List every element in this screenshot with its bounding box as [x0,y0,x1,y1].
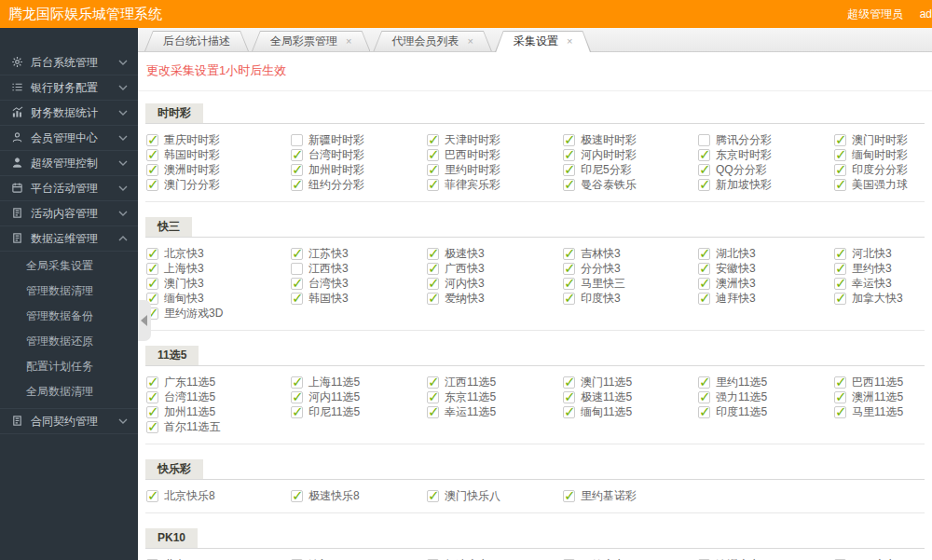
checked-checkbox[interactable] [563,248,575,260]
checked-checkbox[interactable] [291,248,303,260]
lottery-item-澳门分分彩[interactable]: 澳门分分彩 [146,177,291,192]
checked-checkbox[interactable] [146,179,158,191]
lottery-item-澳门快3[interactable]: 澳门快3 [146,276,291,291]
lottery-item-上海快3[interactable]: 上海快3 [146,261,291,276]
lottery-item-印尼5分彩[interactable]: 印尼5分彩 [563,162,698,177]
checked-checkbox[interactable] [291,406,303,418]
lottery-item-台湾时时彩[interactable]: 台湾时时彩 [291,147,427,162]
checked-checkbox[interactable] [834,278,846,290]
checked-checkbox[interactable] [834,149,846,161]
sidebar-item-超级管理控制[interactable]: 超级管理控制 [0,151,138,176]
lottery-item-马里11选5[interactable]: 马里11选5 [834,404,925,419]
sidebar-item-数据运维管理[interactable]: 数据运维管理 [0,226,138,252]
lottery-item-马里快三[interactable]: 马里快三 [563,276,698,291]
lottery-item-印尼11选5[interactable]: 印尼11选5 [291,404,427,419]
checked-checkbox[interactable] [698,179,710,191]
sidebar-item-后台系统管理[interactable]: 后台系统管理 [0,50,138,75]
sidebar-item-平台活动管理[interactable]: 平台活动管理 [0,176,138,201]
lottery-item-巴西11选5[interactable]: 巴西11选5 [834,375,925,389]
checked-checkbox[interactable] [146,406,158,418]
checked-checkbox[interactable] [427,134,439,146]
lottery-item-河北快3[interactable]: 河北快3 [834,246,925,261]
lottery-item-加州时时彩[interactable]: 加州时时彩 [291,162,427,177]
checked-checkbox[interactable] [427,263,439,275]
lottery-item-天津时时彩[interactable]: 天津时时彩 [427,132,563,147]
lottery-item-江西快3[interactable]: 江西快3 [291,261,427,276]
checked-checkbox[interactable] [834,164,846,176]
checked-checkbox[interactable] [146,248,158,260]
checked-checkbox[interactable] [563,149,575,161]
lottery-item-上海11选5[interactable]: 上海11选5 [291,375,427,389]
checked-checkbox[interactable] [427,376,439,389]
lottery-item-分分快3[interactable]: 分分快3 [563,261,698,276]
checked-checkbox[interactable] [146,376,158,389]
tab-后台统计描述[interactable]: 后台统计描述 [144,31,249,51]
checked-checkbox[interactable] [427,278,439,290]
lottery-item-极速快乐8[interactable]: 极速快乐8 [291,488,427,503]
sidebar-subitem-配置计划任务[interactable]: 配置计划任务 [0,354,138,379]
lottery-item-韩国时时彩[interactable]: 韩国时时彩 [146,147,291,162]
tab-代理会员列表[interactable]: 代理会员列表× [373,31,491,51]
close-icon[interactable]: × [467,35,473,47]
checked-checkbox[interactable] [146,164,158,176]
checked-checkbox[interactable] [427,149,439,161]
checked-checkbox[interactable] [563,490,575,502]
checked-checkbox[interactable] [834,134,846,146]
checked-checkbox[interactable] [563,376,575,389]
sidebar-subitem-全局采集设置[interactable]: 全局采集设置 [0,253,138,279]
lottery-item-江西11选5[interactable]: 江西11选5 [427,375,563,389]
lottery-item-菲律宾乐彩[interactable]: 菲律宾乐彩 [427,177,563,192]
close-icon[interactable]: × [567,35,572,47]
lottery-item-里约11选5[interactable]: 里约11选5 [698,375,834,389]
checked-checkbox[interactable] [291,391,303,403]
checked-checkbox[interactable] [427,293,439,305]
checked-checkbox[interactable] [291,376,303,389]
checked-checkbox[interactable] [698,263,710,275]
checked-checkbox[interactable] [563,179,575,191]
checked-checkbox[interactable] [834,248,846,260]
checked-checkbox[interactable] [291,490,303,502]
lottery-item-台湾11选5[interactable]: 台湾11选5 [146,389,291,404]
sidebar-item-银行财务配置[interactable]: 银行财务配置 [0,75,138,101]
checked-checkbox[interactable] [563,134,575,146]
sidebar-subitem-管理数据还原[interactable]: 管理数据还原 [0,329,138,354]
unchecked-checkbox[interactable] [698,134,710,146]
checked-checkbox[interactable] [698,376,710,389]
checked-checkbox[interactable] [146,278,158,290]
lottery-item-迪拜快3[interactable]: 迪拜快3 [698,291,834,306]
lottery-item-加州11选5[interactable]: 加州11选5 [146,404,291,419]
lottery-item-新加坡快彩[interactable]: 新加坡快彩 [698,177,834,192]
lottery-item-极速11选5[interactable]: 极速11选5 [563,389,698,404]
lottery-item-美国强力球[interactable]: 美国强力球 [834,177,925,192]
lottery-item-韩国快3[interactable]: 韩国快3 [291,291,427,306]
lottery-item-澳洲时时彩[interactable]: 澳洲时时彩 [146,162,291,177]
lottery-item-里约快3[interactable]: 里约快3 [834,261,925,276]
lottery-item-爱纳快3[interactable]: 爱纳快3 [427,291,563,306]
sidebar-item-合同契约管理[interactable]: 合同契约管理 [0,409,138,434]
lottery-item-河内时时彩[interactable]: 河内时时彩 [563,147,698,162]
lottery-item-QQ分分彩[interactable]: QQ分分彩 [698,162,834,177]
checked-checkbox[interactable] [698,406,710,418]
sidebar-collapse-handle[interactable] [138,300,151,341]
lottery-item-缅甸快3[interactable]: 缅甸快3 [146,291,291,306]
lottery-item-加拿大快3[interactable]: 加拿大快3 [834,291,925,306]
checked-checkbox[interactable] [698,164,710,176]
lottery-item-北京快3[interactable]: 北京快3 [146,246,291,261]
checked-checkbox[interactable] [834,179,846,191]
lottery-item-东京11选5[interactable]: 东京11选5 [427,389,563,404]
checked-checkbox[interactable] [146,134,158,146]
lottery-item-澳门时时彩[interactable]: 澳门时时彩 [834,132,925,147]
checked-checkbox[interactable] [834,293,846,305]
checked-checkbox[interactable] [427,248,439,260]
checked-checkbox[interactable] [291,293,303,305]
checked-checkbox[interactable] [146,149,158,161]
checked-checkbox[interactable] [291,164,303,176]
lottery-item-重庆时时彩[interactable]: 重庆时时彩 [146,132,291,147]
lottery-item-缅甸时时彩[interactable]: 缅甸时时彩 [834,147,925,162]
checked-checkbox[interactable] [698,248,710,260]
checked-checkbox[interactable] [146,263,158,275]
unchecked-checkbox[interactable] [291,134,303,146]
checked-checkbox[interactable] [146,421,158,433]
checked-checkbox[interactable] [427,391,439,403]
lottery-item-湖北快3[interactable]: 湖北快3 [698,246,834,261]
